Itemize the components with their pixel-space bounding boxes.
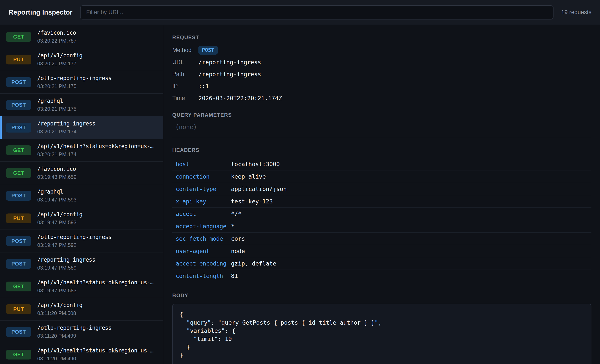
request-timestamp: 03:20:21 PM.177 — [37, 61, 159, 67]
method-badge: PUT — [6, 55, 31, 64]
request-field-row: IP ::1 — [172, 82, 591, 91]
request-list-item[interactable]: PUT /api/v1/config 03:20:21 PM.177 — [0, 48, 163, 71]
method-badge: POST — [6, 77, 31, 87]
headers-table: host localhost:3000 connection keep-aliv… — [172, 158, 591, 282]
header-row: accept-encoding gzip, deflate — [172, 257, 591, 270]
header-row: accept-language * — [172, 220, 591, 233]
method-badge: POST — [6, 259, 31, 269]
request-url: /favicon.ico — [37, 166, 159, 172]
request-list-item[interactable]: POST /graphql 03:20:21 PM.175 — [0, 94, 163, 116]
field-label: Path — [172, 71, 198, 78]
request-url: /otlp-reporting-ingress — [37, 75, 159, 81]
method-label: Method — [172, 47, 198, 54]
request-list-item[interactable]: GET /api/v1/health?status=ok&region=us-…… — [0, 275, 163, 298]
request-meta: /otlp-reporting-ingress 03:20:21 PM.175 — [37, 75, 159, 89]
request-meta: /reporting-ingress 03:19:47 PM.589 — [37, 256, 159, 271]
request-list-item[interactable]: POST /otlp-reporting-ingress 03:20:21 PM… — [0, 71, 163, 94]
request-list-item[interactable]: GET /api/v1/health?status=ok&region=us-…… — [0, 343, 163, 364]
method-badge: PUT — [6, 304, 31, 314]
header-row: user-agent node — [172, 245, 591, 257]
request-timestamp: 03:19:47 PM.589 — [37, 265, 159, 271]
request-list-item[interactable]: GET /favicon.ico 03:19:48 PM.659 — [0, 162, 163, 184]
method-badge: POST — [6, 236, 31, 246]
request-list-item[interactable]: PUT /api/v1/config 03:11:20 PM.508 — [0, 298, 163, 320]
headers-title: HEADERS — [172, 147, 591, 153]
header-value: 81 — [231, 273, 238, 279]
query-parameters-title: QUERY PARAMETERS — [172, 112, 591, 118]
request-timestamp: 03:11:20 PM.499 — [37, 333, 159, 339]
request-timestamp: 03:11:20 PM.508 — [37, 310, 159, 316]
url-filter-input[interactable] — [80, 5, 553, 19]
request-timestamp: 03:11:20 PM.490 — [37, 356, 159, 362]
request-meta: /reporting-ingress 03:20:21 PM.174 — [37, 120, 159, 135]
header-key: x-api-key — [176, 198, 231, 205]
field-label: Time — [172, 95, 198, 101]
field-label: URL — [172, 59, 198, 65]
top-bar: Reporting Inspector 19 requests — [0, 0, 600, 25]
header-key: host — [176, 161, 231, 167]
detail-method-badge: POST — [198, 46, 218, 55]
header-key: accept-language — [176, 223, 231, 229]
headers-section: HEADERS host localhost:3000 connection k… — [172, 147, 591, 282]
method-badge: POST — [6, 100, 31, 110]
method-badge: GET — [6, 282, 31, 291]
header-key: accept — [176, 210, 231, 217]
request-meta: /api/v1/config 03:20:21 PM.177 — [37, 52, 159, 67]
request-url: /api/v1/config — [37, 52, 159, 59]
request-meta: /otlp-reporting-ingress 03:11:20 PM.499 — [37, 325, 159, 339]
request-url: /otlp-reporting-ingress — [37, 325, 159, 331]
request-url: /api/v1/config — [37, 302, 159, 308]
request-list-item[interactable]: GET /api/v1/health?status=ok&region=us-…… — [0, 139, 163, 162]
body-code-block: { "query": "query GetPosts { posts { id … — [172, 304, 591, 364]
header-row: x-api-key test-key-123 — [172, 195, 591, 208]
header-value: node — [231, 248, 245, 254]
request-list-item[interactable]: POST /reporting-ingress 03:20:21 PM.174 — [0, 116, 163, 139]
method-badge: POST — [6, 123, 31, 133]
request-field-row: Path /reporting-ingress — [172, 70, 591, 79]
field-value: ::1 — [198, 83, 209, 90]
request-url: /favicon.ico — [37, 29, 159, 36]
method-badge: POST — [6, 327, 31, 337]
request-meta: /favicon.ico 03:19:48 PM.659 — [37, 166, 159, 180]
method-badge: PUT — [6, 213, 31, 223]
header-row: sec-fetch-mode cors — [172, 233, 591, 245]
request-list-item[interactable]: GET /favicon.ico 03:20:22 PM.787 — [0, 26, 163, 48]
method-badge: GET — [6, 168, 31, 178]
request-list: GET /favicon.ico 03:20:22 PM.787 PUT /ap… — [0, 26, 163, 364]
body-section: BODY { "query": "query GetPosts { posts … — [172, 292, 591, 364]
request-meta: /api/v1/config 03:19:47 PM.593 — [37, 211, 159, 226]
request-list-item[interactable]: POST /otlp-reporting-ingress 03:11:20 PM… — [0, 320, 163, 343]
request-url: /graphql — [37, 188, 159, 195]
header-key: content-length — [176, 273, 231, 279]
header-row: host localhost:3000 — [172, 158, 591, 170]
request-meta: /api/v1/health?status=ok&region=us-… 03:… — [37, 347, 159, 362]
header-value: keep-alive — [231, 173, 266, 180]
method-row: Method POST — [172, 46, 591, 55]
header-row: connection keep-alive — [172, 170, 591, 183]
query-parameters-empty: (none) — [172, 118, 591, 137]
header-value: */* — [231, 210, 242, 217]
request-url: /otlp-reporting-ingress — [37, 234, 159, 240]
header-key: accept-encoding — [176, 260, 231, 267]
header-row: content-type application/json — [172, 183, 591, 195]
request-timestamp: 03:19:47 PM.593 — [37, 219, 159, 226]
header-value: cors — [231, 235, 245, 242]
request-meta: /favicon.ico 03:20:22 PM.787 — [37, 29, 159, 44]
header-value: localhost:3000 — [231, 161, 280, 167]
field-value: /reporting-ingress — [198, 59, 261, 65]
header-value: gzip, deflate — [231, 260, 276, 267]
method-badge: GET — [6, 146, 31, 155]
request-field-row: URL /reporting-ingress — [172, 58, 591, 67]
request-timestamp: 03:20:21 PM.175 — [37, 83, 159, 89]
request-list-item[interactable]: PUT /api/v1/config 03:19:47 PM.593 — [0, 207, 163, 230]
request-section-title: REQUEST — [172, 35, 591, 40]
header-key: sec-fetch-mode — [176, 235, 231, 242]
request-timestamp: 03:19:47 PM.593 — [37, 197, 159, 203]
header-row: content-length 81 — [172, 270, 591, 282]
field-value: 2026-03-20T22:20:21.174Z — [198, 95, 282, 101]
request-list-item[interactable]: POST /reporting-ingress 03:19:47 PM.589 — [0, 253, 163, 275]
request-list-item[interactable]: POST /otlp-reporting-ingress 03:19:47 PM… — [0, 230, 163, 253]
request-meta: /api/v1/health?status=ok&region=us-… 03:… — [37, 279, 159, 293]
query-parameters-section: QUERY PARAMETERS (none) — [172, 112, 591, 137]
request-list-item[interactable]: POST /graphql 03:19:47 PM.593 — [0, 184, 163, 207]
